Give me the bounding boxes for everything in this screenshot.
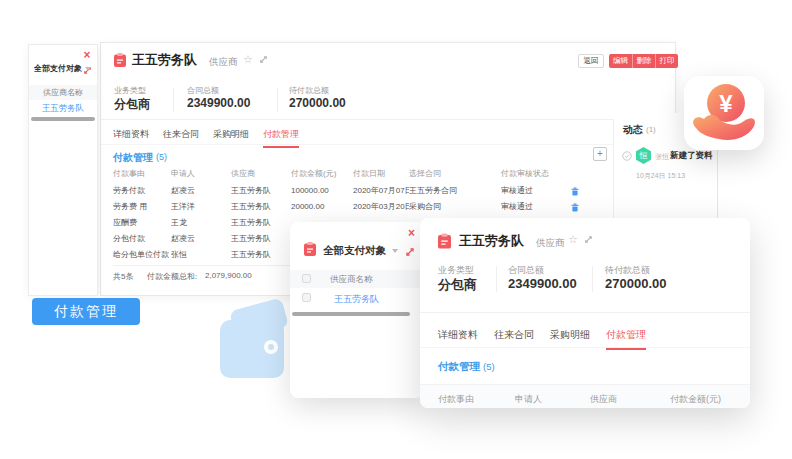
avatar: 恒 xyxy=(636,147,651,164)
stat-value: 270000.00 xyxy=(289,96,346,110)
favorite-star-icon[interactable]: ☆ xyxy=(243,54,253,65)
stat-value: 270000.00 xyxy=(605,276,666,291)
list-item[interactable]: 王五劳务队 xyxy=(290,288,424,308)
section-title: 付款管理 xyxy=(438,360,480,374)
print-button[interactable]: 打印 xyxy=(655,54,678,68)
close-icon[interactable]: × xyxy=(78,49,96,61)
chevron-down-icon[interactable] xyxy=(392,249,398,253)
horizontal-scrollbar[interactable] xyxy=(292,312,410,316)
hand-coin-icon: ¥ xyxy=(684,76,764,150)
column-header: 供应商 xyxy=(590,393,617,406)
table-row: 劳务费 用 王洋洋 王五劳务队 20000.00 2020年03月20日 采购合… xyxy=(101,199,613,215)
page-title: 王五劳务队 xyxy=(132,51,197,69)
close-icon[interactable]: × xyxy=(408,227,415,239)
divider xyxy=(420,347,750,348)
amount: 20000.00 xyxy=(291,199,351,215)
trash-icon[interactable] xyxy=(571,203,579,212)
entity-type-label: 供应商 xyxy=(209,56,238,69)
section-title: 付款管理 xyxy=(113,151,153,165)
clipboard-icon xyxy=(114,53,126,67)
supplier-link[interactable]: 王五劳务队 xyxy=(231,183,289,199)
activity-item: 恒 张恒 新建了资料 10月24日 15:13 xyxy=(620,147,716,187)
stat-value: 2349900.00 xyxy=(508,276,577,291)
tab-bar: 详细资料 往来合同 采购明细 付款管理 xyxy=(113,128,299,148)
divider xyxy=(496,266,497,292)
column-header: 付款事由 xyxy=(438,393,474,406)
supplier-link[interactable]: 王五劳务队 xyxy=(334,293,379,306)
divider xyxy=(101,119,613,120)
feature-callout-label: 付款管理 xyxy=(32,298,140,325)
supplier-link[interactable]: 王五劳务队 xyxy=(42,103,85,113)
section-count: (5) xyxy=(156,152,167,162)
add-payment-button[interactable]: + xyxy=(593,147,607,161)
payment-reason-link[interactable]: 给分包单位付款 xyxy=(113,247,169,263)
sum-label: 付款金额总和: xyxy=(147,271,197,282)
tab-payments[interactable]: 付款管理 xyxy=(263,128,299,148)
contract-link[interactable]: 采购合同 xyxy=(409,199,497,215)
list-item[interactable]: 王五劳务队 xyxy=(29,100,97,116)
payment-reason-link[interactable]: 分包付款 xyxy=(113,231,169,247)
supplier-link[interactable]: 王五劳务队 xyxy=(231,231,289,247)
horizontal-scrollbar[interactable] xyxy=(31,117,95,121)
column-header: 选择合同 xyxy=(409,167,497,181)
payment-reason-link[interactable]: 劳务费 用 xyxy=(113,199,169,215)
date: 2020年03月20日 xyxy=(353,199,409,215)
activity-time: 10月24日 15:13 xyxy=(636,171,685,181)
table-header-row: 付款事由 申请人 供应商 付款金额(元) xyxy=(420,384,750,408)
pay-target-list-panel: × 全部支付对象 供应商名称 王五劳务队 xyxy=(28,44,98,296)
tab-details[interactable]: 详细资料 xyxy=(113,128,149,148)
stat-value: 2349900.00 xyxy=(187,96,250,110)
panel-title: 全部支付对象 xyxy=(34,63,82,74)
edit-button[interactable]: 编辑 xyxy=(609,54,632,68)
clipboard-icon xyxy=(304,242,316,256)
delete-button[interactable]: 删除 xyxy=(632,54,655,68)
column-header: 付款金额(元) xyxy=(291,167,351,181)
fullscreen-icon[interactable] xyxy=(584,235,593,244)
payment-reason-link[interactable]: 劳务付款 xyxy=(113,183,169,199)
favorite-star-icon[interactable]: ☆ xyxy=(568,234,578,245)
tab-purchases[interactable]: 采购明细 xyxy=(213,128,249,148)
check-circle-icon xyxy=(622,151,632,161)
column-header: 申请人 xyxy=(171,167,229,181)
back-button[interactable]: 返回 xyxy=(578,54,604,68)
applicant: 赵凌云 xyxy=(171,231,229,247)
divider xyxy=(592,266,593,292)
column-header-row: 供应商名称 xyxy=(290,270,424,288)
chevron-down-icon[interactable] xyxy=(85,67,91,71)
row-checkbox[interactable] xyxy=(302,293,311,302)
payment-reason-link[interactable]: 应酬费 xyxy=(113,215,169,231)
activity-user: 张恒 xyxy=(655,152,669,162)
supplier-link[interactable]: 王五劳务队 xyxy=(231,215,289,231)
page-title: 王五劳务队 xyxy=(459,232,524,250)
supplier-link[interactable]: 王五劳务队 xyxy=(231,247,289,263)
stat-label: 待付款总额 xyxy=(289,85,329,96)
column-header: 付款事由 xyxy=(113,167,169,181)
audit-status: 审核通过 xyxy=(501,199,565,215)
column-header: 付款审核状态 xyxy=(501,167,565,181)
supplier-detail-overlay: 王五劳务队 供应商 ☆ 业务类型 分包商 合同总额 2349900.00 待付款… xyxy=(420,218,750,408)
stat-label: 合同总额 xyxy=(187,85,219,96)
tab-contracts[interactable]: 往来合同 xyxy=(163,128,199,148)
action-button-group: 编辑 删除 打印 xyxy=(609,54,678,68)
divider xyxy=(420,312,750,313)
yen-symbol: ¥ xyxy=(719,90,733,117)
fullscreen-icon[interactable] xyxy=(259,55,268,64)
column-header: 供应商名称 xyxy=(330,274,373,285)
activity-count: (1) xyxy=(646,125,656,134)
expand-icon[interactable] xyxy=(405,247,415,257)
select-all-checkbox[interactable] xyxy=(302,274,311,283)
stat-value: 分包商 xyxy=(114,96,150,113)
date: 2020年07月07日 xyxy=(353,183,409,199)
supplier-link[interactable]: 王五劳务队 xyxy=(231,199,289,215)
applicant: 赵凌云 xyxy=(171,183,229,199)
wallet-icon xyxy=(220,300,286,380)
divider xyxy=(101,144,613,145)
payment-app-icon-card: ¥ xyxy=(684,76,764,150)
applicant: 张恒 xyxy=(171,247,229,263)
sum-value: 2,079,900.00 xyxy=(205,271,252,280)
column-header: 供应商 xyxy=(231,167,289,181)
table-row: 劳务付款 赵凌云 王五劳务队 100000.00 2020年07月07日 王五劳… xyxy=(101,183,613,199)
amount: 100000.00 xyxy=(291,183,351,199)
trash-icon[interactable] xyxy=(571,187,579,196)
contract-link[interactable]: 王五劳务合同 xyxy=(409,183,497,199)
